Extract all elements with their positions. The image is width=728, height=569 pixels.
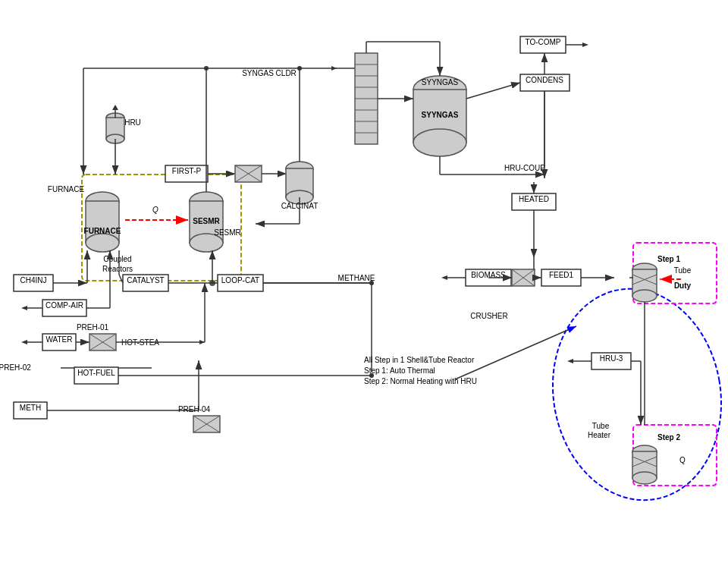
svg-text:SYYNGAS: SYYNGAS — [422, 111, 459, 119]
svg-text:Reactors: Reactors — [102, 265, 133, 273]
catalyst-label: CATALYST — [127, 276, 164, 284]
svg-point-158 — [632, 472, 657, 484]
svg-point-169 — [204, 66, 209, 71]
svg-text:PREH-01: PREH-01 — [77, 323, 109, 332]
svg-text:SYYNGAS: SYYNGAS — [422, 78, 459, 86]
svg-text:Coupled: Coupled — [103, 255, 131, 263]
svg-text:FURNACE: FURNACE — [48, 185, 85, 193]
svg-point-183 — [369, 373, 374, 378]
svg-text:Tube: Tube — [674, 266, 692, 275]
svg-text:COMP-AIR: COMP-AIR — [46, 301, 83, 310]
svg-text:CH4INJ: CH4INJ — [20, 276, 46, 284]
svg-text:Step 1: Step 1 — [657, 255, 680, 263]
svg-point-101 — [413, 129, 466, 156]
svg-text:SYNGAS  CLDR: SYNGAS CLDR — [242, 69, 297, 77]
svg-text:METH: METH — [20, 404, 41, 412]
svg-text:HRU: HRU — [124, 118, 141, 127]
svg-point-182 — [369, 281, 374, 285]
svg-text:Q: Q — [679, 456, 686, 464]
svg-text:LOOP-CAT: LOOP-CAT — [221, 276, 259, 284]
svg-text:Tube: Tube — [592, 422, 610, 430]
svg-point-11 — [86, 234, 119, 252]
process-flow-diagram: Coupled Reactors FURNACE FURNACE SESMR S… — [0, 0, 728, 569]
svg-text:CONDENS: CONDENS — [526, 76, 563, 84]
svg-text:Duty: Duty — [674, 281, 692, 290]
svg-point-147 — [632, 290, 657, 302]
svg-text:Q: Q — [152, 206, 158, 214]
svg-text:TO-COMP: TO-COMP — [525, 38, 560, 46]
svg-text:FEED1: FEED1 — [549, 271, 574, 279]
svg-text:HEATED: HEATED — [519, 195, 549, 203]
svg-text:PREH-04: PREH-04 — [178, 405, 211, 413]
svg-text:CRUSHER: CRUSHER — [470, 312, 507, 320]
svg-point-168 — [297, 66, 302, 71]
svg-text:-PREH-02: -PREH-02 — [0, 363, 31, 372]
svg-text:Step 2: Step 2 — [657, 433, 680, 442]
svg-text:SESMR: SESMR — [193, 217, 220, 225]
svg-text:HRU-COUP: HRU-COUP — [504, 164, 545, 172]
svg-text:FURNACE: FURNACE — [84, 227, 121, 235]
svg-text:METHANE: METHANE — [338, 274, 375, 282]
svg-text:WATER: WATER — [46, 335, 73, 344]
svg-text:SESMR: SESMR — [214, 228, 241, 237]
svg-text:HRU-3: HRU-3 — [600, 354, 623, 363]
svg-text:FIRST-P: FIRST-P — [172, 167, 202, 175]
svg-text:Step 2: Normal Heating with HR: Step 2: Normal Heating with HRU — [364, 377, 477, 385]
svg-text:All Step in 1 Shell&Tube React: All Step in 1 Shell&Tube Reactor — [364, 356, 475, 364]
svg-text:Step 1: Auto Thermal: Step 1: Auto Thermal — [364, 366, 435, 375]
svg-text:HOT-FUEL: HOT-FUEL — [77, 369, 115, 377]
svg-text:Heater: Heater — [588, 431, 611, 439]
